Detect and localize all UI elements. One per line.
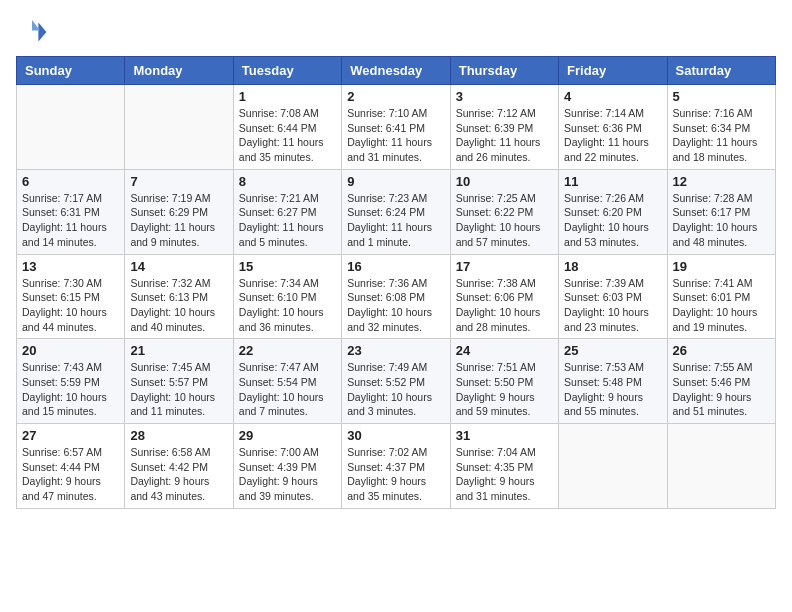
calendar-cell: 30Sunrise: 7:02 AMSunset: 4:37 PMDayligh… <box>342 424 450 509</box>
calendar-cell: 12Sunrise: 7:28 AMSunset: 6:17 PMDayligh… <box>667 169 775 254</box>
day-number: 19 <box>673 259 770 274</box>
day-header-thursday: Thursday <box>450 57 558 85</box>
day-header-monday: Monday <box>125 57 233 85</box>
day-number: 29 <box>239 428 336 443</box>
calendar-cell: 27Sunrise: 6:57 AMSunset: 4:44 PMDayligh… <box>17 424 125 509</box>
day-number: 28 <box>130 428 227 443</box>
day-number: 27 <box>22 428 119 443</box>
day-number: 21 <box>130 343 227 358</box>
day-info: Sunrise: 7:49 AMSunset: 5:52 PMDaylight:… <box>347 360 444 419</box>
calendar-cell: 26Sunrise: 7:55 AMSunset: 5:46 PMDayligh… <box>667 339 775 424</box>
day-info: Sunrise: 7:02 AMSunset: 4:37 PMDaylight:… <box>347 445 444 504</box>
day-info: Sunrise: 6:58 AMSunset: 4:42 PMDaylight:… <box>130 445 227 504</box>
day-number: 5 <box>673 89 770 104</box>
calendar-cell <box>667 424 775 509</box>
day-number: 17 <box>456 259 553 274</box>
day-header-tuesday: Tuesday <box>233 57 341 85</box>
day-number: 7 <box>130 174 227 189</box>
day-header-sunday: Sunday <box>17 57 125 85</box>
day-number: 25 <box>564 343 661 358</box>
calendar-cell <box>125 85 233 170</box>
day-number: 9 <box>347 174 444 189</box>
day-number: 26 <box>673 343 770 358</box>
calendar-cell: 2Sunrise: 7:10 AMSunset: 6:41 PMDaylight… <box>342 85 450 170</box>
day-number: 24 <box>456 343 553 358</box>
day-number: 14 <box>130 259 227 274</box>
day-number: 12 <box>673 174 770 189</box>
calendar-cell: 17Sunrise: 7:38 AMSunset: 6:06 PMDayligh… <box>450 254 558 339</box>
calendar-cell: 29Sunrise: 7:00 AMSunset: 4:39 PMDayligh… <box>233 424 341 509</box>
day-number: 23 <box>347 343 444 358</box>
day-info: Sunrise: 7:00 AMSunset: 4:39 PMDaylight:… <box>239 445 336 504</box>
day-number: 16 <box>347 259 444 274</box>
calendar-week-4: 20Sunrise: 7:43 AMSunset: 5:59 PMDayligh… <box>17 339 776 424</box>
calendar-cell <box>559 424 667 509</box>
day-number: 10 <box>456 174 553 189</box>
day-info: Sunrise: 7:45 AMSunset: 5:57 PMDaylight:… <box>130 360 227 419</box>
day-info: Sunrise: 6:57 AMSunset: 4:44 PMDaylight:… <box>22 445 119 504</box>
calendar-cell: 22Sunrise: 7:47 AMSunset: 5:54 PMDayligh… <box>233 339 341 424</box>
day-number: 22 <box>239 343 336 358</box>
day-number: 13 <box>22 259 119 274</box>
calendar-cell: 4Sunrise: 7:14 AMSunset: 6:36 PMDaylight… <box>559 85 667 170</box>
day-number: 31 <box>456 428 553 443</box>
calendar-cell: 25Sunrise: 7:53 AMSunset: 5:48 PMDayligh… <box>559 339 667 424</box>
day-info: Sunrise: 7:55 AMSunset: 5:46 PMDaylight:… <box>673 360 770 419</box>
day-number: 20 <box>22 343 119 358</box>
day-info: Sunrise: 7:04 AMSunset: 4:35 PMDaylight:… <box>456 445 553 504</box>
calendar-cell: 11Sunrise: 7:26 AMSunset: 6:20 PMDayligh… <box>559 169 667 254</box>
calendar-cell: 1Sunrise: 7:08 AMSunset: 6:44 PMDaylight… <box>233 85 341 170</box>
day-info: Sunrise: 7:51 AMSunset: 5:50 PMDaylight:… <box>456 360 553 419</box>
day-info: Sunrise: 7:34 AMSunset: 6:10 PMDaylight:… <box>239 276 336 335</box>
day-info: Sunrise: 7:28 AMSunset: 6:17 PMDaylight:… <box>673 191 770 250</box>
calendar-body: 1Sunrise: 7:08 AMSunset: 6:44 PMDaylight… <box>17 85 776 509</box>
calendar-cell: 24Sunrise: 7:51 AMSunset: 5:50 PMDayligh… <box>450 339 558 424</box>
day-info: Sunrise: 7:38 AMSunset: 6:06 PMDaylight:… <box>456 276 553 335</box>
day-info: Sunrise: 7:10 AMSunset: 6:41 PMDaylight:… <box>347 106 444 165</box>
calendar-cell: 3Sunrise: 7:12 AMSunset: 6:39 PMDaylight… <box>450 85 558 170</box>
calendar-week-1: 1Sunrise: 7:08 AMSunset: 6:44 PMDaylight… <box>17 85 776 170</box>
page-header <box>16 16 776 48</box>
calendar-cell: 5Sunrise: 7:16 AMSunset: 6:34 PMDaylight… <box>667 85 775 170</box>
day-info: Sunrise: 7:16 AMSunset: 6:34 PMDaylight:… <box>673 106 770 165</box>
logo-icon <box>16 16 48 48</box>
svg-marker-0 <box>38 22 46 41</box>
day-header-friday: Friday <box>559 57 667 85</box>
calendar-cell: 7Sunrise: 7:19 AMSunset: 6:29 PMDaylight… <box>125 169 233 254</box>
calendar-cell: 23Sunrise: 7:49 AMSunset: 5:52 PMDayligh… <box>342 339 450 424</box>
day-info: Sunrise: 7:19 AMSunset: 6:29 PMDaylight:… <box>130 191 227 250</box>
calendar-cell: 14Sunrise: 7:32 AMSunset: 6:13 PMDayligh… <box>125 254 233 339</box>
calendar-cell: 16Sunrise: 7:36 AMSunset: 6:08 PMDayligh… <box>342 254 450 339</box>
day-info: Sunrise: 7:47 AMSunset: 5:54 PMDaylight:… <box>239 360 336 419</box>
day-info: Sunrise: 7:12 AMSunset: 6:39 PMDaylight:… <box>456 106 553 165</box>
calendar-cell: 20Sunrise: 7:43 AMSunset: 5:59 PMDayligh… <box>17 339 125 424</box>
calendar-cell: 18Sunrise: 7:39 AMSunset: 6:03 PMDayligh… <box>559 254 667 339</box>
day-number: 3 <box>456 89 553 104</box>
calendar-cell: 31Sunrise: 7:04 AMSunset: 4:35 PMDayligh… <box>450 424 558 509</box>
day-number: 18 <box>564 259 661 274</box>
day-info: Sunrise: 7:43 AMSunset: 5:59 PMDaylight:… <box>22 360 119 419</box>
day-header-wednesday: Wednesday <box>342 57 450 85</box>
day-info: Sunrise: 7:41 AMSunset: 6:01 PMDaylight:… <box>673 276 770 335</box>
calendar-cell: 19Sunrise: 7:41 AMSunset: 6:01 PMDayligh… <box>667 254 775 339</box>
day-info: Sunrise: 7:25 AMSunset: 6:22 PMDaylight:… <box>456 191 553 250</box>
calendar-cell: 28Sunrise: 6:58 AMSunset: 4:42 PMDayligh… <box>125 424 233 509</box>
day-info: Sunrise: 7:08 AMSunset: 6:44 PMDaylight:… <box>239 106 336 165</box>
day-info: Sunrise: 7:32 AMSunset: 6:13 PMDaylight:… <box>130 276 227 335</box>
day-number: 4 <box>564 89 661 104</box>
day-number: 2 <box>347 89 444 104</box>
day-info: Sunrise: 7:39 AMSunset: 6:03 PMDaylight:… <box>564 276 661 335</box>
day-number: 6 <box>22 174 119 189</box>
day-info: Sunrise: 7:26 AMSunset: 6:20 PMDaylight:… <box>564 191 661 250</box>
day-header-saturday: Saturday <box>667 57 775 85</box>
calendar-cell: 13Sunrise: 7:30 AMSunset: 6:15 PMDayligh… <box>17 254 125 339</box>
day-number: 30 <box>347 428 444 443</box>
day-number: 1 <box>239 89 336 104</box>
calendar-week-5: 27Sunrise: 6:57 AMSunset: 4:44 PMDayligh… <box>17 424 776 509</box>
calendar-cell: 9Sunrise: 7:23 AMSunset: 6:24 PMDaylight… <box>342 169 450 254</box>
calendar-week-2: 6Sunrise: 7:17 AMSunset: 6:31 PMDaylight… <box>17 169 776 254</box>
day-number: 15 <box>239 259 336 274</box>
calendar-cell: 15Sunrise: 7:34 AMSunset: 6:10 PMDayligh… <box>233 254 341 339</box>
day-info: Sunrise: 7:14 AMSunset: 6:36 PMDaylight:… <box>564 106 661 165</box>
calendar-week-3: 13Sunrise: 7:30 AMSunset: 6:15 PMDayligh… <box>17 254 776 339</box>
